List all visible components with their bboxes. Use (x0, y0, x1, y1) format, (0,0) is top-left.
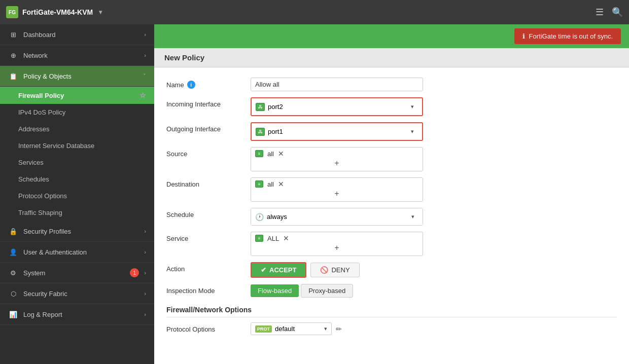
dropdown-arrow-icon: ▾ (407, 126, 418, 137)
info-icon[interactable]: i (187, 81, 195, 89)
sidebar-item-label: Dashboard (23, 31, 139, 39)
source-tag-container: ≡ all ✕ + (251, 147, 423, 171)
source-tag-row: ≡ all ✕ (255, 150, 418, 158)
sidebar-item-ipv4-dos[interactable]: IPv4 DoS Policy (0, 104, 154, 121)
source-tag-icon: ≡ (255, 150, 263, 157)
protocol-value: default (275, 325, 295, 333)
sidebar-sub-label: Services (18, 159, 44, 166)
sidebar-item-security-profiles[interactable]: 🔒 Security Profiles › (0, 221, 154, 242)
edit-icon[interactable]: ✏ (336, 325, 342, 333)
sidebar-item-internet-service-db[interactable]: Internet Service Database (0, 137, 154, 154)
destination-tag-container: ≡ all ✕ + (251, 177, 423, 202)
sidebar-item-user-auth[interactable]: 👤 User & Authentication › (0, 242, 154, 263)
outgoing-label: Outgoing Interface (166, 122, 242, 133)
protocol-select[interactable]: PROT default ▾ (251, 322, 332, 335)
incoming-label: Incoming Interface (166, 97, 242, 108)
destination-tag-row: ≡ all ✕ (255, 180, 418, 188)
source-field: ≡ all ✕ + (251, 147, 423, 171)
brand-icon: FG (6, 6, 18, 18)
search-icon[interactable]: 🔍 (612, 7, 623, 18)
sidebar-item-system[interactable]: ⚙ System 1 › (0, 263, 154, 283)
outgoing-select[interactable]: 🖧 port1 ▾ (252, 123, 422, 140)
chevron-right-icon: › (144, 249, 146, 255)
service-remove-icon[interactable]: ✕ (283, 234, 289, 242)
flow-based-button[interactable]: Flow-based (251, 284, 299, 297)
sidebar-item-log-report[interactable]: 📊 Log & Report › (0, 304, 154, 325)
chevron-right-icon: › (144, 290, 146, 297)
sidebar-item-traffic-shaping[interactable]: Traffic Shaping (0, 204, 154, 221)
sidebar-item-services[interactable]: Services (0, 154, 154, 171)
sidebar-item-dashboard[interactable]: ⊞ Dashboard › (0, 24, 154, 45)
sidebar-item-security-fabric[interactable]: ⬡ Security Fabric › (0, 283, 154, 304)
dashboard-icon: ⊞ (8, 29, 18, 40)
name-field (251, 78, 423, 91)
source-label: Source (166, 147, 242, 158)
service-row: Service ≡ ALL ✕ + (166, 232, 617, 256)
sidebar-item-firewall-policy[interactable]: Firewall Policy ☆ (0, 87, 154, 104)
log-icon: 📊 (8, 309, 18, 319)
service-add-button[interactable]: + (255, 242, 418, 253)
destination-remove-icon[interactable]: ✕ (278, 180, 284, 188)
sidebar-item-addresses[interactable]: Addresses (0, 121, 154, 137)
protocol-options-label: Protocol Options (166, 322, 242, 333)
chevron-right-icon: › (144, 228, 146, 234)
schedule-row: Schedule 🕐 always ▾ (166, 208, 617, 226)
firewall-network-options-header: Firewall/Network Options (166, 306, 617, 317)
sidebar-sub-label: Traffic Shaping (18, 209, 62, 216)
main-layout: ⊞ Dashboard › ⊕ Network › 📋 Policy & Obj… (0, 24, 629, 364)
brand: FG FortiGate-VM64-KVM ▾ (6, 6, 587, 18)
accept-label: ACCEPT (269, 266, 296, 274)
source-row: Source ≡ all ✕ + (166, 147, 617, 171)
service-label: Service (166, 232, 242, 242)
policy-icon: 📋 (8, 71, 18, 81)
sidebar-item-schedules[interactable]: Schedules (0, 171, 154, 188)
prot-badge: PROT (255, 325, 272, 333)
sidebar-item-protocol-options[interactable]: Protocol Options (0, 188, 154, 204)
gear-icon: ⚙ (8, 268, 18, 278)
fabric-icon: ⬡ (8, 288, 18, 299)
incoming-select[interactable]: 🖧 port2 ▾ (252, 98, 422, 115)
schedule-select[interactable]: 🕐 always ▾ (251, 208, 423, 225)
sidebar-sub-label: IPv4 DoS Policy (18, 108, 65, 116)
alert-icon: ℹ (522, 32, 525, 40)
interface-icon: 🖧 (256, 128, 265, 136)
destination-row: Destination ≡ all ✕ + (166, 177, 617, 202)
deny-label: DENY (331, 266, 350, 274)
chevron-down-icon: ˅ (143, 73, 146, 80)
action-row: Action ✔ ACCEPT 🚫 DENY (166, 262, 617, 278)
brand-name: FortiGate-VM64-KVM (22, 8, 93, 16)
proxy-based-button[interactable]: Proxy-based (301, 284, 353, 298)
page-title: New Policy (164, 53, 204, 62)
dropdown-arrow-icon: ▾ (407, 101, 418, 113)
network-icon: ⊕ (8, 50, 18, 60)
star-icon[interactable]: ☆ (139, 91, 146, 99)
sidebar-item-label: Security Profiles (23, 228, 139, 235)
deny-button[interactable]: 🚫 DENY (310, 263, 359, 277)
source-add-button[interactable]: + (255, 158, 418, 169)
incoming-select-wrapper: 🖧 port2 ▾ (251, 97, 423, 116)
dropdown-arrow-icon: ▾ (407, 211, 418, 223)
sidebar-sub-label: Firewall Policy (18, 92, 64, 99)
service-tag-value: ALL (267, 235, 279, 242)
destination-add-button[interactable]: + (255, 188, 418, 199)
schedule-field: 🕐 always ▾ (251, 208, 423, 226)
sidebar-item-policy-objects[interactable]: 📋 Policy & Objects ˅ (0, 66, 154, 87)
source-tag-value: all (267, 150, 274, 158)
incoming-value: port2 (268, 103, 283, 111)
outgoing-field: 🖧 port1 ▾ (251, 122, 423, 141)
destination-field: ≡ all ✕ + (251, 177, 423, 202)
user-icon: 👤 (8, 247, 18, 257)
outgoing-select-wrapper: 🖧 port1 ▾ (251, 122, 423, 141)
incoming-field: 🖧 port2 ▾ (251, 97, 423, 116)
sidebar-sub-label: Schedules (18, 175, 49, 183)
source-remove-icon[interactable]: ✕ (278, 150, 284, 158)
content-area: ℹ FortiGate time is out of sync. New Pol… (154, 24, 629, 364)
accept-button[interactable]: ✔ ACCEPT (251, 262, 306, 278)
sidebar-item-network[interactable]: ⊕ Network › (0, 45, 154, 66)
service-tag-row: ≡ ALL ✕ (255, 234, 418, 242)
name-input[interactable] (251, 78, 423, 91)
brand-chevron[interactable]: ▾ (99, 9, 102, 16)
sidebar-item-label: Security Fabric (23, 290, 139, 298)
sidebar-sub-label: Addresses (18, 125, 49, 133)
hamburger-icon[interactable]: ☰ (596, 7, 604, 18)
